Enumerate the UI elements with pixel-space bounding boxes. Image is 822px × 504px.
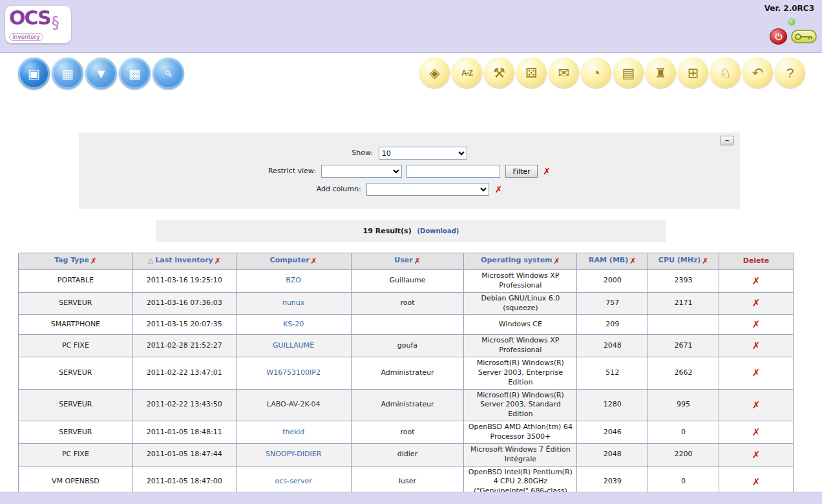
cpu-cell: 2671 [648,335,719,357]
column-header[interactable]: Computer✗ [236,253,351,270]
logo-text: OCS [9,6,50,29]
add-column-label: Add column: [317,185,361,193]
restrict-view-select[interactable] [321,165,402,178]
column-header[interactable]: △Last inventory✗ [132,253,236,270]
table-row: SERVEUR 2011-02-22 13:43:50 LABO-AV-2K-0… [19,389,794,421]
castle-security-icon[interactable]: ♜ [646,58,676,88]
remove-column-x-icon[interactable]: ✗ [215,257,221,266]
wrench-agent-icon[interactable]: ⚒ [484,58,514,88]
user-cell: Guillaume [351,270,464,293]
ram-cell: 2048 [577,443,648,466]
version-label: Ver. 2.0RC3 [764,4,814,13]
show-count-select[interactable]: 10 [379,147,467,160]
delete-x-icon[interactable]: ✗ [752,426,761,438]
delete-x-icon[interactable]: ✗ [752,319,761,330]
results-bar: 19 Result(s) (Download) [156,220,666,242]
main-toolbar: ▣ ▦ ▼ ▩ ♀ ◈ A-Z [0,53,822,103]
dice-registry-icon[interactable]: ⚄ [516,58,547,88]
computer-cell: LABO-AV-2K-04 [236,389,351,421]
table-row: PC FIXE 2011-01-05 18:47:44 SNOOPY-DIDIE… [19,443,794,466]
funnel-search-icon[interactable]: ▼ [85,58,117,89]
delete-x-icon[interactable]: ✗ [752,275,761,287]
cpu-cell: 2171 [648,292,719,315]
delete-x-icon[interactable]: ✗ [752,340,761,352]
download-link[interactable]: (Download) [417,227,459,235]
remove-column-x-icon[interactable]: ✗ [495,184,503,194]
column-header[interactable]: User✗ [351,253,464,270]
delete-x-icon[interactable]: ✗ [752,399,761,411]
computer-link[interactable]: BZO [286,276,301,284]
help-icon[interactable]: ? [775,58,805,88]
computer-cell: W16753100IP2 [236,357,351,390]
computer-link[interactable]: nunux [282,299,304,307]
rat-import-icon[interactable]: ♘ [710,58,741,88]
delete-x-icon[interactable]: ✗ [752,449,761,461]
remove-column-x-icon[interactable]: ✗ [90,257,97,266]
sort-asc-icon[interactable]: △ [148,256,153,264]
delete-x-icon[interactable]: ✗ [752,476,761,488]
minimize-panel-button[interactable]: – [721,136,733,145]
tag-type-cell: PC FIXE [19,443,133,466]
dictionary-az-icon[interactable]: A-Z [452,58,482,88]
undo-arrow-icon[interactable]: ↶ [743,58,773,88]
remove-column-x-icon[interactable]: ✗ [554,257,560,266]
all-computers-icon[interactable]: ▣ [18,58,50,89]
last-inventory-cell: 2011-01-05 18:48:11 [132,421,236,444]
remove-column-x-icon[interactable]: ✗ [414,257,421,266]
computer-link[interactable]: SNOOPY-DIDIER [266,450,321,458]
clear-filter-x-icon[interactable]: ✗ [543,166,551,176]
show-label: Show: [352,149,373,157]
computer-link[interactable]: KS-20 [283,320,304,328]
remove-column-x-icon[interactable]: ✗ [629,257,636,266]
operating-system-cell: Microsoft(R) Windows(R) Server 2003, Ent… [464,357,577,390]
column-header-label: CPU (MHz) [659,256,701,264]
delete-cell: ✗ [719,335,794,357]
column-header[interactable]: CPU (MHz)✗ [648,253,719,270]
computer-link[interactable]: thekid [282,428,304,436]
last-inventory-cell: 2011-01-05 18:47:44 [132,443,236,466]
notepad-config-icon[interactable]: ▤ [613,58,644,88]
column-header[interactable]: Delete✗ [719,253,794,270]
delete-x-icon[interactable]: ✗ [752,297,761,309]
ram-cell: 2000 [577,270,648,293]
column-header-label: Operating system [481,256,553,264]
computer-link[interactable]: LABO-AV-2K-04 [267,400,321,408]
delete-x-icon[interactable]: ✗ [752,367,761,379]
computer-link[interactable]: GUILLAUME [273,341,314,350]
restrict-value-input[interactable] [406,165,500,178]
search-icon[interactable]: ♀ [153,58,184,89]
cpu-cell: 2200 [648,443,719,466]
windows-duplicates-icon[interactable]: ⊞ [678,58,708,88]
column-header[interactable]: Operating system✗ [464,253,577,270]
computer-cell: SNOOPY-DIDIER [236,443,351,466]
computer-cell: nunux [236,292,351,315]
computers-grid-icon[interactable]: ▦ [52,58,83,89]
user-cell [351,315,464,335]
pie-chart-statistics-icon[interactable]: ◔ [581,58,611,88]
add-column-select[interactable] [366,183,489,196]
operating-system-cell: Debian GNU/Linux 6.0 (squeeze) [464,292,577,315]
envelope-networks-icon[interactable]: ✉ [549,58,579,88]
column-header[interactable]: RAM (MB)✗ [577,253,648,270]
delete-cell: ✗ [719,421,794,444]
remove-column-x-icon[interactable]: ✗ [311,257,317,266]
toolbar-left-group: ▣ ▦ ▼ ▩ ♀ [18,58,184,89]
delete-cell: ✗ [719,292,794,315]
key-login-button[interactable] [791,30,817,43]
gift-deploy-icon[interactable]: ◈ [419,58,450,88]
app-header: OCS§ inventory Ver. 2.0RC3 [0,0,822,53]
computer-cell: BZO [236,270,351,293]
delete-cell: ✗ [719,315,794,335]
column-header[interactable]: Tag Type✗ [19,253,133,270]
filter-button[interactable]: Filter [505,165,537,178]
restrict-view-row: Restrict view: Filter ✗ [79,165,740,178]
last-inventory-cell: 2011-03-16 07:36:03 [132,292,236,315]
column-header-label: Delete [743,257,770,265]
remove-column-x-icon[interactable]: ✗ [702,257,708,266]
ram-cell: 512 [577,357,648,390]
computer-link[interactable]: W16753100IP2 [266,368,321,377]
duplicates-icon[interactable]: ▩ [119,58,151,89]
computer-link[interactable]: ocs-server [275,477,311,485]
power-logout-button[interactable] [770,28,787,45]
column-header-label: Computer [270,256,310,264]
